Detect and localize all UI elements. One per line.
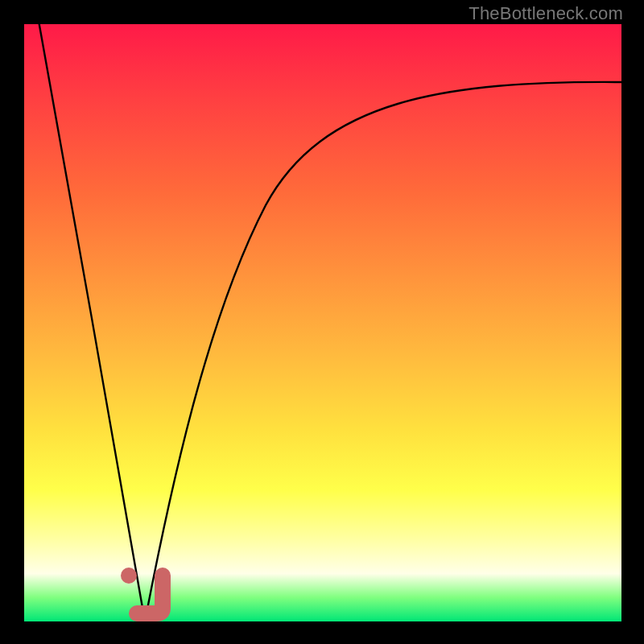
trough-marker xyxy=(121,568,163,613)
left-branch-curve xyxy=(39,21,145,621)
plot-area xyxy=(24,24,621,621)
right-branch-curve xyxy=(145,82,621,621)
curve-layer xyxy=(24,24,621,621)
watermark-text: TheBottleneck.com xyxy=(469,3,623,24)
marker-dot-icon xyxy=(121,568,137,584)
chart-frame: TheBottleneck.com xyxy=(0,0,644,644)
